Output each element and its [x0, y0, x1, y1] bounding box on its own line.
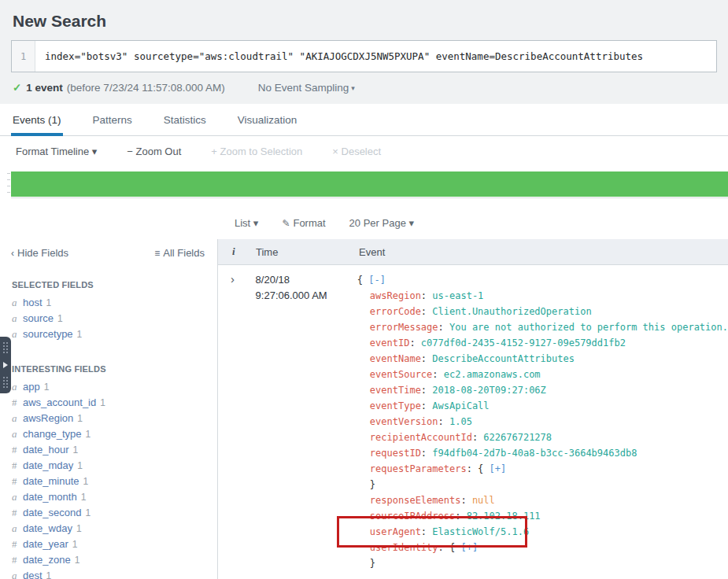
field-item-date_hour[interactable]: #date_hour1 [12, 444, 217, 459]
field-name[interactable]: change_type [23, 428, 81, 440]
field-name[interactable]: date_second [23, 507, 81, 518]
field-item-aws_account_id[interactable]: #aws_account_id1 [12, 396, 217, 412]
field-name[interactable]: date_zone [23, 554, 71, 566]
json-key: eventSource [370, 369, 432, 380]
field-count: 1 [77, 329, 83, 340]
collapse-json-link[interactable]: [-] [368, 275, 386, 286]
hide-fields-button[interactable]: ‹Hide Fields [11, 247, 68, 259]
field-name[interactable]: date_minute [23, 475, 79, 487]
field-name[interactable]: date_year [23, 538, 68, 550]
chevron-down-icon: ▾ [351, 84, 355, 92]
field-name[interactable]: aws_account_id [23, 396, 96, 408]
per-page-dropdown[interactable]: 20 Per Page ▾ [349, 217, 414, 229]
field-name[interactable]: date_month [23, 491, 77, 503]
expand-json-link[interactable]: [+] [460, 542, 478, 553]
field-count: 1 [44, 382, 50, 393]
tab-visualization[interactable]: Visualization [236, 104, 299, 136]
all-fields-button[interactable]: ≡All Fields [154, 247, 205, 259]
field-count: 1 [75, 555, 80, 566]
field-name[interactable]: app [23, 381, 40, 393]
field-item-date_minute[interactable]: #date_minute1 [12, 475, 217, 491]
json-key: eventVersion [370, 416, 438, 427]
events-table: i Time Event › 8/20/18 9:27:06.000 AM { … [218, 239, 728, 579]
field-item-date_mday[interactable]: #date_mday1 [12, 459, 217, 475]
field-name[interactable]: date_mday [23, 459, 73, 471]
field-item-host[interactable]: ahost1 [12, 297, 217, 312]
tabs: Events (1)PatternsStatisticsVisualizatio… [0, 104, 728, 136]
pencil-icon: ✎ [282, 218, 290, 229]
event-date: 8/20/18 [256, 272, 357, 288]
timeline-chart[interactable] [0, 167, 728, 198]
field-item-date_year[interactable]: #date_year1 [12, 538, 217, 554]
field-name[interactable]: awsRegion [23, 412, 73, 424]
field-item-dest[interactable]: adest1 [12, 570, 217, 579]
field-item-date_zone[interactable]: #date_zone1 [12, 554, 217, 570]
zoom-to-selection-button: + Zoom to Selection [211, 146, 302, 157]
field-item-date_wday[interactable]: adate_wday1 [12, 522, 217, 538]
expand-event-chevron-icon[interactable]: › [218, 272, 256, 571]
expand-json-link[interactable]: [+] [490, 463, 507, 474]
json-value: You are not authorized to perform this o… [449, 322, 728, 333]
string-type-icon: a [12, 522, 23, 535]
sidebar-collapse-handle[interactable] [0, 337, 11, 393]
json-field-eventSource: eventSource: ec2.amazonaws.com [357, 367, 728, 382]
event-sampling-dropdown[interactable]: No Event Sampling▾ [258, 82, 355, 94]
json-close-brace: } [357, 477, 728, 492]
field-item-date_month[interactable]: adate_month1 [12, 491, 217, 507]
search-query-input[interactable]: index="botsv3" sourcetype="aws:cloudtrai… [35, 41, 716, 72]
json-key: requestID [370, 448, 421, 459]
field-name[interactable]: date_hour [23, 444, 69, 455]
interesting-fields-list: aapp1#aws_account_id1aawsRegion1achange_… [12, 381, 217, 579]
zoom-out-button[interactable]: − Zoom Out [127, 146, 181, 157]
json-value: 2018-08-20T09:27:06Z [432, 385, 546, 396]
field-item-change_type[interactable]: achange_type1 [12, 428, 217, 444]
tab-events-1-[interactable]: Events (1) [11, 104, 63, 136]
json-key: errorMessage [370, 322, 438, 333]
selected-fields-header: SELECTED FIELDS [12, 280, 217, 290]
timeline-bar[interactable] [11, 171, 728, 197]
tab-statistics[interactable]: Statistics [162, 104, 208, 136]
json-field-userIdentity: userIdentity: { [+] [357, 540, 728, 555]
tab-patterns[interactable]: Patterns [91, 104, 134, 136]
search-bar[interactable]: 1 index="botsv3" sourcetype="aws:cloudtr… [11, 40, 717, 72]
json-field-recipientAccountId: recipientAccountId: 622676721278 [357, 430, 728, 445]
json-value: null [472, 495, 495, 506]
column-header-event: Event [359, 246, 728, 258]
json-key: eventName [370, 353, 421, 364]
field-name[interactable]: host [23, 297, 42, 308]
json-field-errorMessage: errorMessage: You are not authorized to … [357, 319, 728, 335]
format-timeline-button[interactable]: Format Timeline ▾ [16, 146, 97, 157]
field-item-source[interactable]: asource1 [12, 312, 217, 328]
drag-dots-icon [2, 341, 9, 354]
field-count: 1 [100, 397, 105, 408]
field-item-awsRegion[interactable]: aawsRegion1 [12, 412, 217, 428]
json-value: f94dfb04-2d7b-40a8-b3cc-3664b9463db8 [432, 448, 637, 459]
field-item-date_second[interactable]: #date_second1 [12, 507, 217, 522]
json-key: recipientAccountId [370, 432, 472, 443]
field-name[interactable]: source [23, 312, 54, 324]
format-button[interactable]: ✎Format [282, 217, 325, 229]
field-item-sourcetype[interactable]: asourcetype1 [12, 328, 217, 344]
json-field-sourceIPAddress: sourceIPAddress: 82.102.18.111 [357, 508, 728, 524]
event-time: 9:27:06.000 AM [256, 288, 357, 304]
field-name[interactable]: dest [23, 570, 42, 579]
string-type-icon: a [12, 491, 23, 503]
expand-arrow-icon [3, 362, 8, 368]
json-value: Client.UnauthorizedOperation [432, 306, 591, 317]
json-value: DescribeAccountAttributes [432, 353, 575, 364]
json-key: sourceIPAddress [370, 511, 455, 522]
list-dropdown[interactable]: List ▾ [235, 217, 258, 229]
json-value: 622676721278 [483, 432, 552, 443]
time-range-text: (before 7/23/24 11:57:08.000 AM) [67, 82, 225, 94]
json-field-eventID: eventID: c077df0d-2435-4152-9127-09e579d… [357, 335, 728, 351]
json-value: ElasticWolf/5.1.6 [432, 526, 529, 537]
field-count: 1 [72, 539, 78, 550]
field-name[interactable]: date_wday [23, 522, 72, 534]
success-check-icon: ✓ [13, 81, 21, 94]
field-count: 1 [81, 492, 87, 503]
json-field-requestParameters: requestParameters: { [+] [357, 461, 728, 477]
field-name[interactable]: sourcetype [23, 328, 73, 340]
search-line-number: 1 [12, 41, 35, 72]
field-count: 1 [85, 429, 91, 440]
field-item-app[interactable]: aapp1 [12, 381, 217, 396]
